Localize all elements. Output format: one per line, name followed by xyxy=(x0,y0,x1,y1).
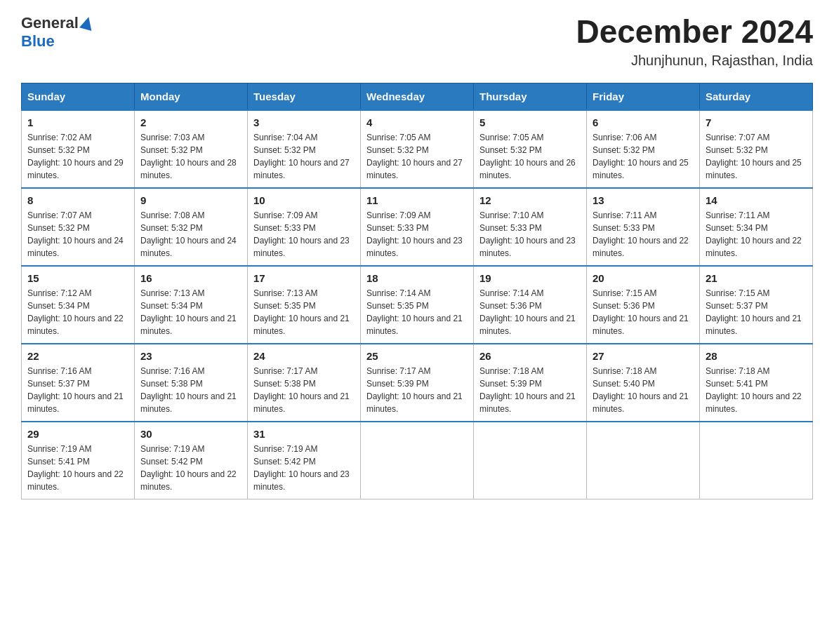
day-number: 29 xyxy=(27,428,128,440)
day-number: 19 xyxy=(479,272,581,284)
day-info: Sunrise: 7:11 AM Sunset: 5:33 PM Dayligh… xyxy=(593,209,694,260)
day-number: 17 xyxy=(253,272,355,284)
table-row: 3 Sunrise: 7:04 AM Sunset: 5:32 PM Dayli… xyxy=(248,110,361,188)
day-info: Sunrise: 7:09 AM Sunset: 5:33 PM Dayligh… xyxy=(366,209,468,260)
day-number: 1 xyxy=(27,116,128,128)
logo: General Blue xyxy=(21,14,93,51)
table-row: 10 Sunrise: 7:09 AM Sunset: 5:33 PM Dayl… xyxy=(248,188,361,266)
table-row xyxy=(361,422,474,499)
month-title: December 2024 xyxy=(576,14,813,50)
table-row xyxy=(587,422,700,499)
table-row: 20 Sunrise: 7:15 AM Sunset: 5:36 PM Dayl… xyxy=(587,266,700,344)
day-info: Sunrise: 7:14 AM Sunset: 5:35 PM Dayligh… xyxy=(366,287,468,337)
day-info: Sunrise: 7:03 AM Sunset: 5:32 PM Dayligh… xyxy=(140,131,241,182)
table-row: 8 Sunrise: 7:07 AM Sunset: 5:32 PM Dayli… xyxy=(22,188,135,266)
header-friday: Friday xyxy=(587,83,700,110)
logo-triangle-icon xyxy=(79,15,95,31)
table-row: 28 Sunrise: 7:18 AM Sunset: 5:41 PM Dayl… xyxy=(700,344,813,422)
day-number: 23 xyxy=(140,350,241,362)
day-info: Sunrise: 7:16 AM Sunset: 5:37 PM Dayligh… xyxy=(27,365,128,415)
day-number: 26 xyxy=(479,350,581,362)
header-monday: Monday xyxy=(135,83,248,110)
table-row: 31 Sunrise: 7:19 AM Sunset: 5:42 PM Dayl… xyxy=(248,422,361,499)
day-info: Sunrise: 7:19 AM Sunset: 5:42 PM Dayligh… xyxy=(140,443,241,493)
calendar-week-row: 1 Sunrise: 7:02 AM Sunset: 5:32 PM Dayli… xyxy=(22,110,813,188)
day-info: Sunrise: 7:14 AM Sunset: 5:36 PM Dayligh… xyxy=(479,287,581,337)
table-row: 2 Sunrise: 7:03 AM Sunset: 5:32 PM Dayli… xyxy=(135,110,248,188)
day-number: 21 xyxy=(706,272,807,284)
day-info: Sunrise: 7:05 AM Sunset: 5:32 PM Dayligh… xyxy=(479,131,581,182)
day-info: Sunrise: 7:11 AM Sunset: 5:34 PM Dayligh… xyxy=(706,209,807,260)
table-row: 30 Sunrise: 7:19 AM Sunset: 5:42 PM Dayl… xyxy=(135,422,248,499)
title-section: December 2024 Jhunjhunun, Rajasthan, Ind… xyxy=(576,14,813,69)
table-row: 4 Sunrise: 7:05 AM Sunset: 5:32 PM Dayli… xyxy=(361,110,474,188)
table-row: 1 Sunrise: 7:02 AM Sunset: 5:32 PM Dayli… xyxy=(22,110,135,188)
day-number: 7 xyxy=(706,116,807,128)
day-info: Sunrise: 7:04 AM Sunset: 5:32 PM Dayligh… xyxy=(253,131,355,182)
day-info: Sunrise: 7:08 AM Sunset: 5:32 PM Dayligh… xyxy=(140,209,241,260)
day-info: Sunrise: 7:16 AM Sunset: 5:38 PM Dayligh… xyxy=(140,365,241,415)
day-number: 30 xyxy=(140,428,241,440)
header-sunday: Sunday xyxy=(22,83,135,110)
day-info: Sunrise: 7:05 AM Sunset: 5:32 PM Dayligh… xyxy=(366,131,468,182)
day-number: 18 xyxy=(366,272,468,284)
table-row: 27 Sunrise: 7:18 AM Sunset: 5:40 PM Dayl… xyxy=(587,344,700,422)
day-number: 6 xyxy=(593,116,694,128)
weekday-header-row: Sunday Monday Tuesday Wednesday Thursday… xyxy=(22,83,813,110)
day-number: 27 xyxy=(593,350,694,362)
header-saturday: Saturday xyxy=(700,83,813,110)
table-row: 6 Sunrise: 7:06 AM Sunset: 5:32 PM Dayli… xyxy=(587,110,700,188)
day-number: 10 xyxy=(253,194,355,206)
table-row: 13 Sunrise: 7:11 AM Sunset: 5:33 PM Dayl… xyxy=(587,188,700,266)
day-info: Sunrise: 7:18 AM Sunset: 5:41 PM Dayligh… xyxy=(706,365,807,415)
day-number: 14 xyxy=(706,194,807,206)
table-row: 17 Sunrise: 7:13 AM Sunset: 5:35 PM Dayl… xyxy=(248,266,361,344)
calendar-week-row: 22 Sunrise: 7:16 AM Sunset: 5:37 PM Dayl… xyxy=(22,344,813,422)
table-row: 21 Sunrise: 7:15 AM Sunset: 5:37 PM Dayl… xyxy=(700,266,813,344)
table-row: 9 Sunrise: 7:08 AM Sunset: 5:32 PM Dayli… xyxy=(135,188,248,266)
day-info: Sunrise: 7:02 AM Sunset: 5:32 PM Dayligh… xyxy=(27,131,128,182)
table-row: 19 Sunrise: 7:14 AM Sunset: 5:36 PM Dayl… xyxy=(474,266,587,344)
table-row: 12 Sunrise: 7:10 AM Sunset: 5:33 PM Dayl… xyxy=(474,188,587,266)
day-number: 24 xyxy=(253,350,355,362)
day-info: Sunrise: 7:18 AM Sunset: 5:40 PM Dayligh… xyxy=(593,365,694,415)
day-info: Sunrise: 7:17 AM Sunset: 5:38 PM Dayligh… xyxy=(253,365,355,415)
table-row: 11 Sunrise: 7:09 AM Sunset: 5:33 PM Dayl… xyxy=(361,188,474,266)
day-info: Sunrise: 7:13 AM Sunset: 5:35 PM Dayligh… xyxy=(253,287,355,337)
day-number: 28 xyxy=(706,350,807,362)
day-info: Sunrise: 7:07 AM Sunset: 5:32 PM Dayligh… xyxy=(706,131,807,182)
table-row: 26 Sunrise: 7:18 AM Sunset: 5:39 PM Dayl… xyxy=(474,344,587,422)
location-title: Jhunjhunun, Rajasthan, India xyxy=(576,53,813,69)
table-row: 5 Sunrise: 7:05 AM Sunset: 5:32 PM Dayli… xyxy=(474,110,587,188)
day-info: Sunrise: 7:19 AM Sunset: 5:41 PM Dayligh… xyxy=(27,443,128,493)
table-row: 15 Sunrise: 7:12 AM Sunset: 5:34 PM Dayl… xyxy=(22,266,135,344)
day-info: Sunrise: 7:06 AM Sunset: 5:32 PM Dayligh… xyxy=(593,131,694,182)
table-row: 23 Sunrise: 7:16 AM Sunset: 5:38 PM Dayl… xyxy=(135,344,248,422)
day-number: 11 xyxy=(366,194,468,206)
day-number: 16 xyxy=(140,272,241,284)
day-info: Sunrise: 7:18 AM Sunset: 5:39 PM Dayligh… xyxy=(479,365,581,415)
table-row: 29 Sunrise: 7:19 AM Sunset: 5:41 PM Dayl… xyxy=(22,422,135,499)
day-info: Sunrise: 7:15 AM Sunset: 5:36 PM Dayligh… xyxy=(593,287,694,337)
header-wednesday: Wednesday xyxy=(361,83,474,110)
day-info: Sunrise: 7:10 AM Sunset: 5:33 PM Dayligh… xyxy=(479,209,581,260)
day-number: 12 xyxy=(479,194,581,206)
day-number: 25 xyxy=(366,350,468,362)
day-number: 22 xyxy=(27,350,128,362)
day-info: Sunrise: 7:12 AM Sunset: 5:34 PM Dayligh… xyxy=(27,287,128,337)
logo-blue: Blue xyxy=(21,32,55,50)
table-row: 16 Sunrise: 7:13 AM Sunset: 5:34 PM Dayl… xyxy=(135,266,248,344)
header-tuesday: Tuesday xyxy=(248,83,361,110)
table-row: 14 Sunrise: 7:11 AM Sunset: 5:34 PM Dayl… xyxy=(700,188,813,266)
table-row: 7 Sunrise: 7:07 AM Sunset: 5:32 PM Dayli… xyxy=(700,110,813,188)
header-thursday: Thursday xyxy=(474,83,587,110)
table-row: 18 Sunrise: 7:14 AM Sunset: 5:35 PM Dayl… xyxy=(361,266,474,344)
table-row: 22 Sunrise: 7:16 AM Sunset: 5:37 PM Dayl… xyxy=(22,344,135,422)
day-info: Sunrise: 7:07 AM Sunset: 5:32 PM Dayligh… xyxy=(27,209,128,260)
table-row: 24 Sunrise: 7:17 AM Sunset: 5:38 PM Dayl… xyxy=(248,344,361,422)
logo-general: General xyxy=(21,14,79,32)
day-number: 4 xyxy=(366,116,468,128)
day-number: 15 xyxy=(27,272,128,284)
day-info: Sunrise: 7:19 AM Sunset: 5:42 PM Dayligh… xyxy=(253,443,355,493)
table-row: 25 Sunrise: 7:17 AM Sunset: 5:39 PM Dayl… xyxy=(361,344,474,422)
